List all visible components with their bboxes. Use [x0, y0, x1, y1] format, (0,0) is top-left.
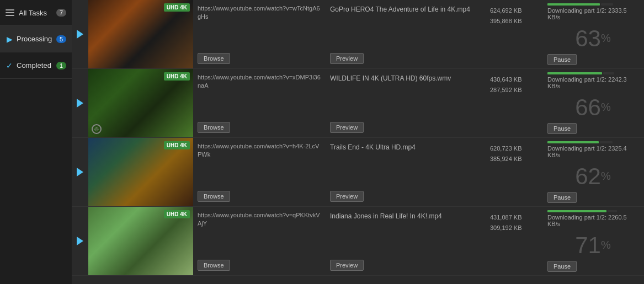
task-row: UHD 4K ◎ https://www.youtube.com/watch?v… [72, 69, 644, 138]
processing-label: Processing [17, 35, 53, 43]
progress-filled [547, 210, 606, 212]
task-size-total: 431,087 KB [490, 212, 539, 223]
task-filename: WILDLIFE IN 4K (ULTRA HD) 60fps.wmv [330, 73, 482, 83]
task-url: https://www.youtube.com/watch?v=xDMP3i36… [198, 73, 321, 90]
task-filename: Trails End - 4K Ultra HD.mp4 [330, 142, 482, 152]
task-play-button[interactable] [72, 69, 88, 137]
progress-filled [547, 72, 602, 74]
progress-empty [603, 72, 614, 74]
all-tasks-header[interactable]: All Tasks 7 [0, 0, 72, 26]
progress-segments [547, 3, 638, 6]
task-size-done: 287,592 KB [490, 85, 539, 95]
browse-button[interactable]: Browse [198, 122, 230, 133]
processing-badge: 5 [56, 35, 66, 43]
sidebar-item-completed[interactable]: ✓ Completed 1 [0, 52, 72, 79]
sidebar: All Tasks 7 ▶ Processing 5 ✓ Completed 1 [0, 0, 72, 284]
progress-percent: 71% [547, 229, 638, 261]
task-thumbnail: UHD 4K [88, 207, 193, 275]
task-name-column: Indiana Jones in Real Life! In 4K!.mp4 P… [326, 207, 487, 275]
pause-button[interactable]: Pause [547, 54, 577, 65]
task-play-button[interactable] [72, 207, 88, 275]
task-size-column: 620,723 KB 385,924 KB [487, 138, 542, 206]
task-progress-column: Downloading part 1/2: 2325.4 KB/s 62% Pa… [542, 138, 644, 206]
preview-button[interactable]: Preview [330, 260, 364, 271]
quality-badge: UHD 4K [164, 3, 190, 12]
quality-badge: UHD 4K [164, 141, 190, 149]
task-progress-column: Downloading part 1/2: 2260.5 KB/s 71% Pa… [542, 207, 644, 275]
task-row: UHD 4K https://www.youtube.com/watch?v=w… [72, 0, 644, 69]
progress-percent: 62% [547, 160, 638, 192]
task-name-column: WILDLIFE IN 4K (ULTRA HD) 60fps.wmv Prev… [326, 69, 487, 137]
quality-badge: UHD 4K [164, 72, 190, 81]
task-size-done: 395,868 KB [490, 16, 539, 26]
play-icon: ▶ [6, 35, 13, 43]
task-url-column: https://www.youtube.com/watch?v=wTcNtgA6… [193, 0, 326, 68]
task-size-column: 431,087 KB 309,192 KB [487, 207, 542, 275]
task-row: UHD 4K https://www.youtube.com/watch?v=h… [72, 138, 644, 207]
thumb-icon: ◎ [92, 124, 102, 134]
progress-percent: 63% [547, 23, 638, 54]
task-filename: Indiana Jones in Real Life! In 4K!.mp4 [330, 211, 482, 221]
progress-filled [547, 141, 599, 143]
sidebar-item-processing[interactable]: ▶ Processing 5 [0, 26, 72, 52]
task-thumbnail: UHD 4K ◎ [88, 69, 193, 137]
task-name-column: GoPro HERO4 The Adventure of Life in 4K.… [326, 0, 487, 68]
task-url: https://www.youtube.com/watch?v=qPKKtvkV… [198, 211, 321, 228]
task-size-column: 624,692 KB 395,868 KB [487, 0, 542, 68]
task-size-column: 430,643 KB 287,592 KB [487, 69, 542, 137]
progress-empty [600, 141, 613, 143]
task-size-done: 309,192 KB [490, 223, 539, 233]
task-url: https://www.youtube.com/watch?v=h4K-2LcV… [198, 142, 321, 159]
progress-filled [547, 3, 600, 6]
task-row: UHD 4K https://www.youtube.com/watch?v=q… [72, 207, 644, 276]
pause-button[interactable]: Pause [547, 192, 577, 203]
task-size-done: 385,924 KB [490, 154, 539, 164]
task-play-button[interactable] [72, 0, 88, 68]
quality-badge: UHD 4K [164, 210, 190, 218]
task-url-column: https://www.youtube.com/watch?v=xDMP3i36… [193, 69, 326, 137]
download-speed: Downloading part 1/2: 2260.5 KB/s [547, 214, 638, 227]
progress-empty [601, 3, 613, 6]
menu-icon [6, 9, 14, 16]
task-url: https://www.youtube.com/watch?v=wTcNtgA6… [198, 4, 321, 22]
all-tasks-label: All Tasks [19, 9, 52, 17]
play-triangle-icon [77, 168, 83, 176]
preview-button[interactable]: Preview [330, 191, 364, 202]
task-url-column: https://www.youtube.com/watch?v=qPKKtvkV… [193, 207, 326, 275]
task-name-column: Trails End - 4K Ultra HD.mp4 Preview [326, 138, 487, 206]
download-speed: Downloading part 1/2: 2325.4 KB/s [547, 145, 638, 158]
task-progress-column: Downloading part 1/2: 2333.5 KB/s 63% Pa… [542, 0, 644, 68]
completed-badge: 1 [56, 62, 66, 69]
task-size-total: 620,723 KB [490, 143, 539, 154]
browse-button[interactable]: Browse [198, 53, 230, 64]
task-thumbnail: UHD 4K [88, 138, 193, 206]
all-tasks-badge: 7 [56, 9, 66, 17]
download-speed: Downloading part 1/2: 2242.3 KB/s [547, 76, 638, 89]
preview-button[interactable]: Preview [330, 122, 364, 133]
play-triangle-icon [77, 99, 83, 108]
task-size-total: 430,643 KB [490, 74, 539, 85]
completed-label: Completed [17, 61, 53, 69]
check-icon: ✓ [6, 62, 13, 69]
task-url-column: https://www.youtube.com/watch?v=h4K-2LcV… [193, 138, 326, 206]
task-list: UHD 4K https://www.youtube.com/watch?v=w… [72, 0, 644, 284]
task-size-total: 624,692 KB [490, 6, 539, 16]
play-triangle-icon [77, 237, 83, 245]
progress-segments [547, 72, 638, 74]
progress-empty [608, 210, 617, 212]
play-triangle-icon [77, 30, 83, 39]
task-play-button[interactable] [72, 138, 88, 206]
task-thumbnail: UHD 4K [88, 0, 193, 68]
browse-button[interactable]: Browse [198, 260, 230, 271]
pause-button[interactable]: Pause [547, 123, 577, 134]
browse-button[interactable]: Browse [198, 191, 230, 202]
progress-segments [547, 141, 638, 143]
preview-button[interactable]: Preview [330, 53, 364, 64]
progress-segments [547, 210, 638, 212]
task-filename: GoPro HERO4 The Adventure of Life in 4K.… [330, 4, 482, 14]
download-speed: Downloading part 1/2: 2333.5 KB/s [547, 7, 638, 20]
task-progress-column: Downloading part 1/2: 2242.3 KB/s 66% Pa… [542, 69, 644, 137]
progress-percent: 66% [547, 92, 638, 123]
pause-button[interactable]: Pause [547, 261, 577, 272]
